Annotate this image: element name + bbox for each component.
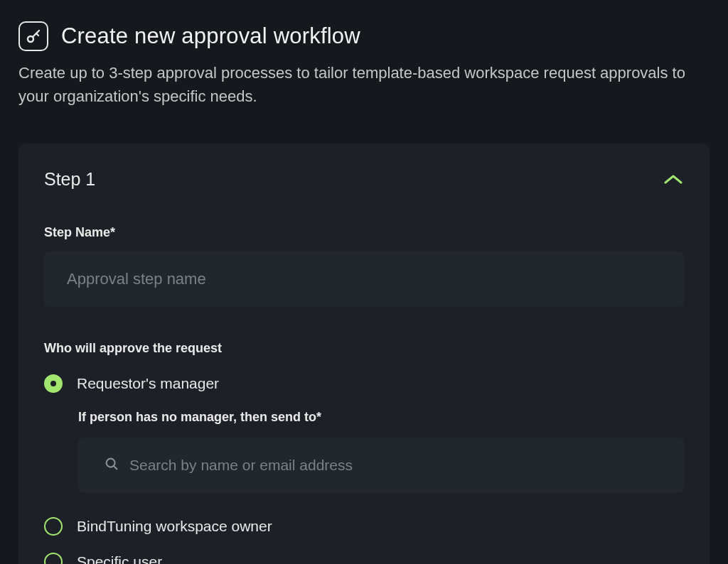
radio-indicator — [44, 374, 63, 393]
step-title: Step 1 — [44, 169, 95, 190]
step-name-input[interactable] — [44, 251, 684, 307]
fallback-approver-label: If person has no manager, then send to* — [78, 410, 684, 425]
radio-option-specific-user[interactable]: Specific user — [44, 553, 684, 564]
key-icon — [18, 21, 48, 51]
radio-label: BindTuning workspace owner — [77, 518, 272, 535]
radio-indicator — [44, 517, 63, 536]
step-card: Step 1 Step Name* Who will approve the r… — [18, 143, 710, 564]
radio-indicator — [44, 553, 63, 564]
fallback-approver-block: If person has no manager, then send to* — [78, 410, 684, 493]
approver-section-label: Who will approve the request — [44, 341, 684, 356]
radio-option-workspace-owner[interactable]: BindTuning workspace owner — [44, 517, 684, 536]
chevron-up-icon — [663, 173, 684, 186]
step-name-label: Step Name* — [44, 225, 684, 240]
fallback-approver-search-input[interactable] — [78, 438, 684, 493]
radio-label: Requestor's manager — [77, 375, 219, 392]
collapse-toggle[interactable] — [663, 173, 684, 186]
step-header: Step 1 — [44, 169, 684, 190]
page-header: Create new approval workflow — [18, 21, 710, 51]
page-title: Create new approval workflow — [61, 23, 360, 49]
radio-option-requestors-manager[interactable]: Requestor's manager — [44, 374, 684, 393]
radio-label: Specific user — [77, 553, 162, 564]
page-subtitle: Create up to 3-step approval processes t… — [18, 61, 701, 108]
